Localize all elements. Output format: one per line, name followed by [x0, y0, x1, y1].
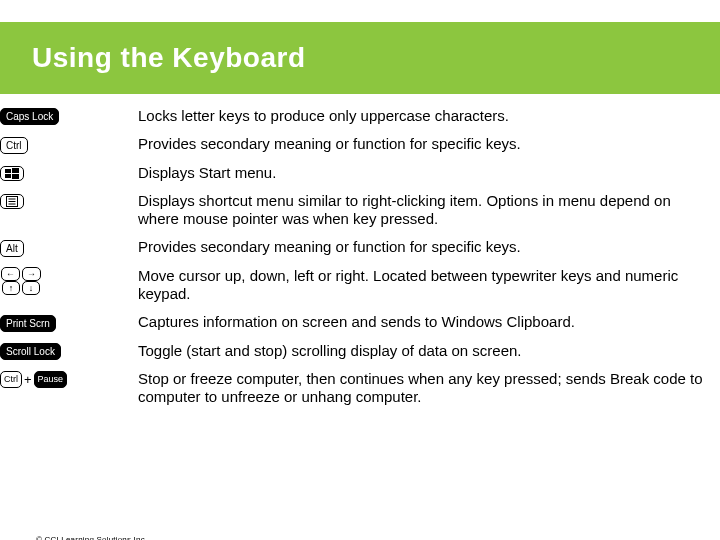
alt-key-icon: Alt: [0, 240, 24, 257]
svg-rect-1: [12, 168, 19, 173]
key-description: Displays Start menu.: [138, 159, 720, 187]
key-description: Locks letter keys to produce only upperc…: [138, 102, 720, 130]
arrow-keys-icon: ←→ ↑↓: [0, 267, 42, 295]
key-description: Stop or freeze computer, then continues …: [138, 365, 720, 412]
page-title: Using the Keyboard: [32, 42, 305, 74]
menu-key-icon: [0, 194, 24, 209]
pause-key-icon: Pause: [34, 371, 68, 388]
content-area: Caps Lock Locks letter keys to produce o…: [0, 102, 720, 412]
table-row: Caps Lock Locks letter keys to produce o…: [0, 102, 720, 130]
key-description: Captures information on screen and sends…: [138, 308, 720, 336]
arrow-left-icon: ←: [1, 267, 20, 281]
arrow-up-icon: ↑: [2, 281, 20, 295]
table-row: Displays Start menu.: [0, 159, 720, 187]
ctrl-key-icon: Ctrl: [0, 137, 28, 154]
table-row: Scroll Lock Toggle (start and stop) scro…: [0, 337, 720, 365]
svg-rect-2: [5, 174, 11, 178]
table-row: Alt Provides secondary meaning or functi…: [0, 233, 720, 261]
printscrn-key-icon: Print Scrn: [0, 315, 56, 332]
ctrl-key-icon: Ctrl: [0, 371, 22, 388]
table-row: Print Scrn Captures information on scree…: [0, 308, 720, 336]
key-description: Provides secondary meaning or function f…: [138, 130, 720, 158]
footer-copyright: © CCI Learning Solutions Inc.: [36, 535, 147, 540]
key-description: Move cursor up, down, left or right. Loc…: [138, 262, 720, 309]
capslock-key-icon: Caps Lock: [0, 108, 59, 125]
table-row: Ctrl+Pause Stop or freeze computer, then…: [0, 365, 720, 412]
key-description: Provides secondary meaning or function f…: [138, 233, 720, 261]
table-row: Ctrl Provides secondary meaning or funct…: [0, 130, 720, 158]
plus-icon: +: [24, 372, 32, 387]
windows-key-icon: [0, 166, 24, 181]
keys-table: Caps Lock Locks letter keys to produce o…: [0, 102, 720, 412]
table-row: ←→ ↑↓ Move cursor up, down, left or righ…: [0, 262, 720, 309]
arrow-down-icon: ↓: [22, 281, 40, 295]
title-band: Using the Keyboard: [0, 22, 720, 94]
arrow-right-icon: →: [22, 267, 41, 281]
table-row: Displays shortcut menu similar to right-…: [0, 187, 720, 234]
key-description: Displays shortcut menu similar to right-…: [138, 187, 720, 234]
key-description: Toggle (start and stop) scrolling displa…: [138, 337, 720, 365]
svg-rect-0: [5, 169, 11, 173]
svg-rect-3: [12, 174, 19, 179]
scrolllock-key-icon: Scroll Lock: [0, 343, 61, 360]
